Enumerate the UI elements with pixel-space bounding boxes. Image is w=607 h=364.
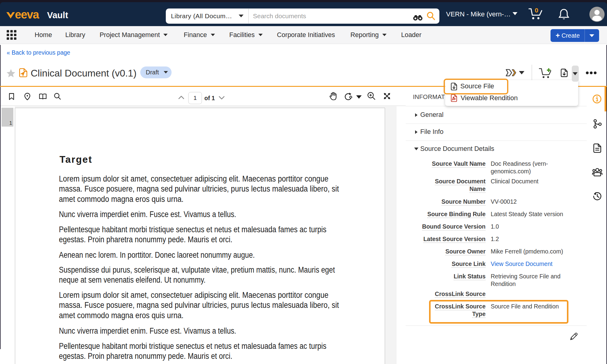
svg-text:Vault: Vault	[47, 10, 68, 20]
svg-text:eeva: eeva	[15, 8, 39, 21]
svg-text:0: 0	[535, 7, 538, 14]
